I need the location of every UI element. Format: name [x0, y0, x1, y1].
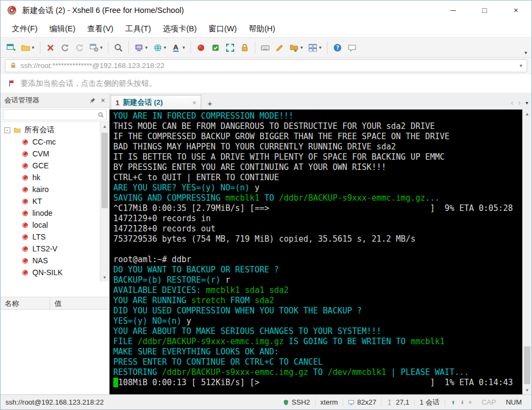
session-item[interactable]: LTS2-V [4, 243, 100, 255]
address-combobox[interactable]: ssh://root:**************@192.168.123.21… [5, 59, 527, 72]
maximize-button[interactable]: □ [469, 1, 500, 20]
menu-tools[interactable]: 工具(T) [119, 21, 157, 37]
toolbar-separator [108, 42, 108, 53]
status-cursor-position[interactable]: 27,1 [381, 398, 414, 406]
session-search-box[interactable] [3, 109, 107, 120]
terminal-line: YOU ARE RUNNING stretch FROM sda2 [113, 296, 522, 306]
tree-expander-icon[interactable]: - [4, 127, 10, 133]
session-item[interactable]: GCE [4, 160, 100, 172]
session-properties-button[interactable]: ▾ [87, 40, 105, 55]
terminal-line: ARE YOU SURE? YES=(y) NO=(n) y [113, 183, 522, 193]
reconnect-all-button[interactable] [73, 40, 86, 55]
address-dropdown-icon[interactable]: ▾ [520, 63, 522, 69]
compose-button[interactable] [273, 40, 287, 55]
terminal-text: sda2 [255, 296, 274, 305]
terminal-line: CTRL+C to QUIT | ENTER TO CONTINUE [113, 173, 522, 183]
scroll-up-icon[interactable]: ▲ [100, 122, 109, 131]
session-item[interactable]: linode [4, 207, 100, 219]
new-terminal-button[interactable]: ▾ [132, 40, 150, 55]
session-item[interactable]: hk [4, 172, 100, 183]
scroll-down-icon[interactable]: ▼ [100, 273, 109, 282]
session-item[interactable]: CC-mc [4, 136, 100, 148]
minimize-button[interactable]: ─ [438, 1, 469, 20]
terminal-text: stretch [192, 296, 226, 305]
svg-text:?: ? [336, 45, 339, 51]
session-item[interactable]: NAS [4, 255, 100, 266]
session-label: NAS [32, 256, 48, 265]
new-session-button[interactable] [4, 40, 18, 55]
open-button[interactable]: ▾ [19, 40, 37, 55]
status-protocol[interactable]: SSH2 [278, 398, 315, 406]
menu-edit[interactable]: 编辑(E) [44, 21, 81, 37]
tree-scrollbar-thumb[interactable] [101, 133, 108, 208]
terminal-scrollbar[interactable]: ▲ ▼ [522, 110, 531, 394]
scroll-down-icon[interactable]: ▼ [523, 386, 531, 394]
web-browser-button[interactable]: ▾ [151, 40, 169, 55]
disconnect-button[interactable] [44, 40, 57, 55]
terminal-line: IT IS BETTER TO USE A DRIVE WITH PLENTY … [113, 152, 522, 162]
tree-root-label: 所有会话 [24, 125, 54, 135]
menu-view[interactable]: 查看(V) [81, 21, 119, 37]
menu-help[interactable]: 帮助(H) [243, 21, 281, 37]
font-icon: A [172, 43, 181, 52]
help-button[interactable]: ? [331, 40, 344, 55]
log-button[interactable] [209, 40, 222, 55]
terminal-text: IF THE COMPRESSED BACKUP GROW BIGGER THA… [113, 132, 449, 141]
terminal-scrollbar-thumb[interactable] [524, 346, 530, 384]
session-label: LTS2-V [32, 244, 57, 253]
file-transfer-icon [290, 43, 299, 52]
reconnect-all-icon [75, 43, 84, 52]
find-button[interactable] [112, 40, 125, 55]
toolbar-overflow-arrow-icon[interactable]: ▾ [524, 50, 527, 56]
reconnect-button[interactable] [58, 40, 72, 55]
session-list: CC-mcCVMGCEhkkairoKTlinodelocalLTSLTS2-V… [4, 136, 100, 282]
cursor-position-icon [386, 399, 393, 406]
tree-root-all-sessions[interactable]: - 所有会话 [4, 124, 100, 136]
close-button[interactable]: × [500, 1, 531, 20]
session-search-input[interactable] [5, 111, 98, 119]
properties-name-header[interactable]: 名称 [1, 297, 50, 309]
new-tab-button[interactable]: + [203, 97, 217, 110]
search-icon [98, 112, 104, 118]
virtual-keyboard-button[interactable] [258, 40, 272, 55]
feedback-button[interactable] [345, 40, 359, 55]
menu-window[interactable]: 窗口(W) [203, 21, 243, 37]
toolbar-separator [327, 42, 328, 53]
properties-value-header[interactable]: 值 [50, 297, 109, 309]
status-session-count[interactable]: 1 会话 [415, 398, 445, 407]
lock-button[interactable] [238, 40, 251, 55]
status-terminal-type[interactable]: xterm [316, 398, 343, 406]
session-item[interactable]: LTS [4, 231, 100, 243]
tab-scroll-left-icon[interactable]: ‹ [511, 99, 514, 106]
feedback-icon [347, 43, 357, 52]
title-bar: 新建会话 (2) - Xshell 6 (Free for Home/Schoo… [1, 1, 531, 20]
fullscreen-button[interactable] [223, 40, 237, 55]
session-item[interactable]: CVM [4, 148, 100, 160]
menu-bar: 文件(F)编辑(E)查看(V)工具(T)选项卡(B)窗口(W)帮助(H) [1, 20, 531, 37]
terminal-screen[interactable]: YOU ARE IN FORCED COMPRESSION MODE!!!THI… [110, 110, 522, 394]
status-screen-size[interactable]: 82x27 [343, 398, 381, 406]
menu-file[interactable]: 文件(F) [6, 21, 44, 37]
status-protocol-label: SSH2 [292, 398, 310, 406]
tab-new-session[interactable]: 1 新建会话 (2) × [111, 95, 201, 110]
tree-scrollbar[interactable]: ▲ ▼ [100, 122, 109, 282]
log-icon [211, 43, 220, 52]
session-item[interactable]: kairo [4, 183, 100, 195]
tab-scroll-right-icon[interactable]: › [518, 99, 521, 106]
tab-menu-icon[interactable]: ▾ [526, 100, 528, 106]
file-transfer-button[interactable]: ▾ [288, 40, 305, 55]
session-item[interactable]: KT [4, 195, 100, 207]
panel-close-icon[interactable]: × [101, 96, 105, 105]
session-item[interactable]: QN-SILK [4, 266, 100, 278]
pin-icon[interactable] [89, 97, 96, 104]
font-button[interactable]: A▾ [169, 40, 187, 55]
session-item[interactable]: local [4, 219, 100, 231]
session-tree-view[interactable]: - 所有会话 CC-mcCVMGCEhkkairoKTlinodelocalLT… [1, 122, 100, 282]
fullscreen-icon [226, 43, 235, 52]
tab-close-icon[interactable]: × [192, 99, 196, 107]
sidebar-splitter[interactable] [1, 282, 109, 297]
menu-tab[interactable]: 选项卡(B) [157, 21, 203, 37]
scroll-up-icon[interactable]: ▲ [523, 110, 531, 118]
record-button[interactable] [194, 40, 208, 55]
tile-windows-button[interactable]: ▾ [306, 40, 324, 55]
